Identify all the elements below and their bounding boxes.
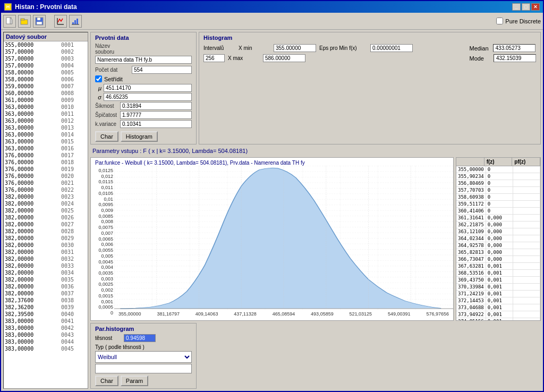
char-button[interactable]: Char [95,131,118,142]
open-button[interactable] [18,15,31,28]
list-item[interactable]: 363,000000016 [4,145,88,152]
minimize-button[interactable]: _ [512,3,521,11]
list-item[interactable]: 382,000000031 [4,249,88,255]
tesnost-input[interactable] [124,334,156,342]
list-item[interactable]: 382,000000029 [4,235,88,242]
spicatost-label: Špičatost [95,112,118,118]
list-item[interactable]: 382,000000026 [4,214,88,221]
list-item[interactable]: 358,000000005 [4,69,88,76]
list-item[interactable]: 361,000000009 [4,97,88,104]
close-button[interactable]: ✕ [531,3,540,11]
list-item[interactable]: 382,000000024 [4,200,88,207]
list-item[interactable]: 376,000000021 [4,180,88,186]
list-item[interactable]: 376,000000019 [4,166,88,173]
list-item[interactable]: 383,000000043 [4,331,88,338]
list-item[interactable]: 358,000000006 [4,76,88,83]
pure-discrete-checkbox[interactable] [496,18,503,24]
mu-input[interactable] [104,84,192,92]
app-icon: H [4,3,12,11]
table-row: 371,242190,001 [456,291,540,297]
table-row: 364,023440,000 [456,235,540,242]
list-item[interactable]: 376,000000018 [4,159,88,166]
list-item[interactable]: 376,000000022 [4,186,88,193]
list-item[interactable]: 382,376000038 [4,297,88,304]
table-row: 370,339840,001 [456,284,540,291]
nazev-input[interactable] [95,56,192,64]
list-item[interactable]: 363,000000013 [4,124,88,131]
list-item[interactable]: 382,000000036 [4,283,88,290]
intervals-input[interactable] [203,54,225,62]
maximize-button[interactable]: □ [522,3,530,11]
chart-area: Par.funkce - Weibull ( k= 3.15000, Lambd… [90,157,454,321]
eps-input[interactable] [370,44,413,52]
list-item[interactable]: 382,000000023 [4,193,88,200]
list-item[interactable]: 357,000000004 [4,62,88,69]
new-button[interactable] [3,15,16,28]
spicatost-input[interactable] [120,111,192,119]
char-bottom-button[interactable]: Char [95,376,118,386]
list-item[interactable]: 382,000000027 [4,221,88,228]
list-item[interactable]: 383,000000041 [4,318,88,325]
chart-button[interactable] [54,15,67,28]
right-table-body[interactable]: 355,000000355,902340356,804690357,707030… [456,166,540,320]
table-row: 356,804690 [456,180,540,187]
list-item[interactable]: 355,000000001 [4,41,88,48]
list-item[interactable]: 382,395000040 [4,311,88,318]
list-item[interactable]: 360,000000008 [4,90,88,97]
col-fz: f(z) [484,158,513,166]
sikmost-label: Šikmost [95,103,118,109]
list-item[interactable]: 382,000000030 [4,242,88,249]
list-item[interactable]: 363,000000011 [4,110,88,117]
chart-title: Par.funkce - Weibull ( k= 3.15000, Lambd… [91,158,453,166]
list-item[interactable]: 376,000000017 [4,152,88,159]
data-list[interactable]: 355,000000001357,000000002357,0000000033… [4,41,88,388]
list-item[interactable]: 376,000000020 [4,173,88,180]
sikmost-input[interactable] [120,102,192,110]
table-row: 360,414060 [456,208,540,215]
table-row: 355,902340 [456,173,540,180]
pocet-input[interactable] [132,66,192,74]
list-item[interactable]: 382,000000033 [4,262,88,269]
weibull-select[interactable]: Weibull [95,351,192,363]
right-panel: Prvotni data Název souboru Počet dat Set… [88,30,543,391]
save-button[interactable] [33,15,46,28]
list-item[interactable]: 382,000000037 [4,290,88,297]
list-item[interactable]: 357,000000003 [4,55,88,62]
tesnost-label: těsnost [95,335,122,341]
table-row: 372,144530,001 [456,297,540,304]
list-item[interactable]: 363,000000012 [4,117,88,124]
table-row: 357,707030 [456,187,540,194]
setridit-checkbox[interactable] [95,75,102,82]
param-button[interactable]: Param [121,376,148,386]
list-item[interactable]: 383,000000045 [4,345,88,352]
list-item[interactable]: 363,000000010 [4,104,88,110]
list-item[interactable]: 382,000000035 [4,276,88,283]
list-item[interactable]: 382,362000039 [4,304,88,311]
list-item[interactable]: 382,000000028 [4,228,88,235]
k-variace-label: k.variace [95,121,118,127]
list-item[interactable]: 382,000000025 [4,207,88,214]
xmin-input[interactable] [274,44,316,52]
list-item[interactable]: 357,000000002 [4,48,88,55]
list-item[interactable]: 359,000000007 [4,83,88,90]
table-row: 359,511720 [456,201,540,208]
xmax-input[interactable] [263,54,305,62]
sigma-input[interactable] [104,93,192,101]
pocet-label: Počet dat [95,67,130,73]
col-z [456,158,484,166]
histogram-btn[interactable]: Histogram [121,131,158,142]
list-item[interactable]: 383,000000042 [4,325,88,331]
weibull-extra-input[interactable] [95,364,192,373]
list-item[interactable]: 382,000000034 [4,269,88,276]
svg-rect-7 [72,22,74,24]
k-variace-input[interactable] [120,120,192,128]
list-item[interactable]: 382,000000032 [4,255,88,262]
median-input[interactable] [493,44,536,52]
list-item[interactable]: 363,000000015 [4,138,88,145]
list-item[interactable]: 383,000000044 [4,338,88,345]
list-item[interactable]: 363,000000014 [4,131,88,138]
histogram-button[interactable] [69,15,82,28]
typ-label: Typ ( podle těsnosti ) [95,344,192,350]
mode-input[interactable] [494,54,536,62]
table-row: 369,437500,001 [456,277,540,284]
